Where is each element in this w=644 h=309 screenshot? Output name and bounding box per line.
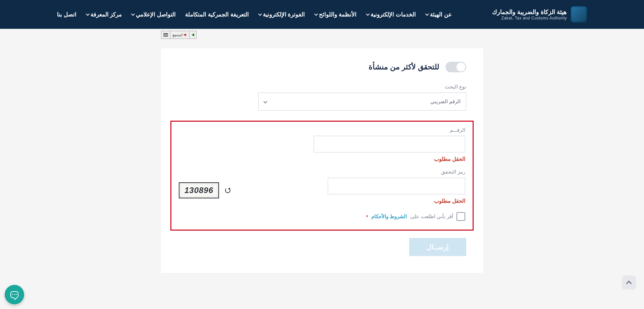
tts-toolbar: استمع bbox=[161, 29, 483, 39]
multi-verify-toggle[interactable] bbox=[445, 62, 466, 72]
chevron-down-icon bbox=[366, 12, 370, 16]
terms-prefix: أقر بأني اطلعت على bbox=[410, 213, 453, 220]
nav-about[interactable]: عن الهيئة bbox=[425, 11, 452, 18]
terms-checkbox[interactable] bbox=[457, 212, 465, 221]
menu-icon bbox=[163, 33, 168, 37]
brand-logo-icon bbox=[571, 6, 587, 22]
chevron-down-icon bbox=[131, 12, 135, 16]
captcha-field: رمز التحقق الحقل مطلوب 130896 bbox=[179, 169, 465, 204]
brand-logo[interactable]: هيئة الزكاة والضريبة والجمارك Zakat, Tax… bbox=[492, 6, 587, 22]
tts-menu-button[interactable] bbox=[161, 31, 170, 39]
multi-verify-label: للتحقق لأكثر من منشأة bbox=[369, 63, 439, 71]
number-label: الرقـــم bbox=[179, 127, 465, 133]
speaker-icon bbox=[184, 33, 187, 37]
main-nav: عن الهيئة الخدمات الإلكترونية الأنظمة وا… bbox=[57, 11, 452, 18]
search-type-value: الرقم الضريبي bbox=[430, 99, 461, 105]
chat-icon bbox=[10, 291, 18, 298]
chevron-down-icon bbox=[258, 12, 262, 16]
play-icon bbox=[192, 33, 194, 37]
captcha-input[interactable] bbox=[328, 178, 465, 194]
chevron-up-icon bbox=[626, 281, 632, 286]
scroll-to-top-button[interactable] bbox=[622, 275, 636, 290]
tts-play-button[interactable] bbox=[189, 31, 196, 39]
nav-customs-tariff[interactable]: التعريفة الجمركية المتكاملة bbox=[185, 11, 249, 18]
required-fields-highlight: الرقـــم الحقل مطلوب رمز التحقق الحقل مط… bbox=[170, 121, 474, 231]
search-type-label: نوع البحث bbox=[258, 84, 466, 90]
nav-regulations[interactable]: الأنظمة واللوائح bbox=[314, 11, 357, 18]
nav-einvoice[interactable]: الفوترة الإلكترونية bbox=[258, 11, 305, 18]
top-navbar: هيئة الزكاة والضريبة والجمارك Zakat, Tax… bbox=[0, 0, 644, 29]
submit-button[interactable]: إرســال bbox=[409, 238, 466, 256]
nav-knowledge[interactable]: مركز المعرفة bbox=[86, 11, 122, 18]
chat-fab[interactable] bbox=[5, 285, 24, 304]
brand-title-en: Zakat, Tax and Customs Authority bbox=[492, 16, 567, 20]
captcha-refresh-icon[interactable] bbox=[225, 188, 230, 193]
chevron-down-icon bbox=[86, 12, 89, 16]
nav-eservices[interactable]: الخدمات الإلكترونية bbox=[366, 11, 416, 18]
chevron-down-icon bbox=[314, 12, 318, 16]
captcha-label: رمز التحقق bbox=[179, 169, 465, 175]
brand-title-ar: هيئة الزكاة والضريبة والجمارك bbox=[492, 8, 567, 16]
captcha-image-group: 130896 bbox=[179, 182, 230, 198]
tts-controls: استمع bbox=[161, 31, 197, 39]
nav-media[interactable]: التواصل الإعلامي bbox=[131, 11, 176, 18]
number-error: الحقل مطلوب bbox=[179, 156, 465, 162]
tts-listen-button[interactable]: استمع bbox=[170, 31, 189, 39]
nav-contact[interactable]: اتصل بنا bbox=[57, 11, 76, 18]
chevron-down-icon bbox=[263, 100, 267, 103]
search-type-select[interactable]: الرقم الضريبي bbox=[258, 92, 466, 111]
terms-acknowledge-row: أقر بأني اطلعت على الشروط والأحكام * bbox=[179, 212, 465, 221]
captcha-error: الحقل مطلوب bbox=[314, 198, 465, 204]
chevron-down-icon bbox=[425, 12, 429, 16]
captcha-image: 130896 bbox=[179, 182, 219, 198]
multi-verify-row: للتحقق لأكثر من منشأة bbox=[178, 62, 466, 72]
terms-link[interactable]: الشروط والأحكام bbox=[371, 213, 407, 220]
toggle-knob bbox=[457, 63, 465, 71]
required-asterisk: * bbox=[366, 214, 368, 220]
brand-text: هيئة الزكاة والضريبة والجمارك Zakat, Tax… bbox=[492, 8, 567, 20]
number-field: الرقـــم الحقل مطلوب bbox=[179, 127, 465, 162]
search-type-field: نوع البحث الرقم الضريبي bbox=[258, 84, 466, 111]
verification-card: للتحقق لأكثر من منشأة نوع البحث الرقم ال… bbox=[161, 48, 483, 273]
number-input[interactable] bbox=[314, 136, 465, 152]
